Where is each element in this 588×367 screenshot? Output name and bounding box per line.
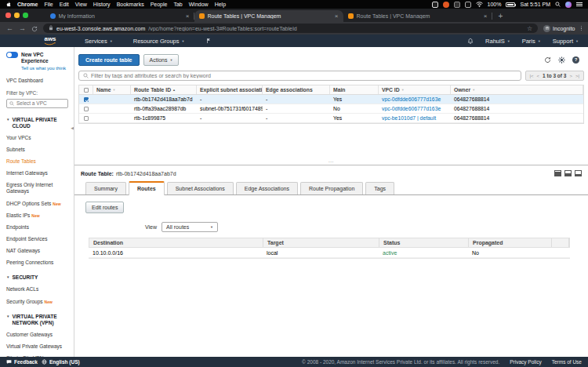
browser-tab-my-information[interactable]: My Information × <box>45 10 194 22</box>
sidebar-item-endpoint-services[interactable]: Endpoint Services <box>6 236 71 242</box>
menu-edit[interactable]: Edit <box>60 2 69 7</box>
sidebar-item-endpoints[interactable]: Endpoints <box>6 224 71 231</box>
apple-icon[interactable] <box>5 2 11 8</box>
menu-chrome[interactable]: Chrome <box>17 2 38 7</box>
table-row[interactable]: rtb-0b1742d418aa7ab7d - - Yes vpc-0dfdde… <box>79 95 583 104</box>
col-header-main[interactable]: Main <box>330 85 379 94</box>
settings-gear-icon[interactable] <box>558 53 565 67</box>
menu-view[interactable]: View <box>75 2 87 7</box>
sidebar-item-dhcp-options[interactable]: DHCP Options SetsNew <box>6 201 71 207</box>
vpc-link[interactable]: vpc-0dfdde606777d163e <box>382 96 441 102</box>
lock-icon[interactable] <box>49 25 53 31</box>
menubar-app-icon[interactable] <box>443 2 449 8</box>
support-menu[interactable]: Support ▼ <box>553 38 579 45</box>
col-header-vpc-id[interactable]: VPC ID ▼ <box>379 85 451 94</box>
table-row[interactable]: rtb-1c899875 - - Yes vpc-be1010d7 | defa… <box>79 114 583 123</box>
col-header-owner[interactable]: Owner ▼ <box>451 85 583 94</box>
browser-tab-route-tables-1[interactable]: Route Tables | VPC Managem × <box>194 10 343 22</box>
region-menu[interactable]: Paris ▼ <box>522 38 541 45</box>
close-window-button[interactable] <box>5 13 11 18</box>
help-icon[interactable]: ? <box>572 56 579 64</box>
prev-page-button[interactable]: < <box>537 74 540 78</box>
close-tab-icon[interactable]: × <box>335 13 339 20</box>
row-checkbox[interactable] <box>79 97 93 102</box>
col-header-edge-associations[interactable]: Edge associations <box>263 85 330 94</box>
section-virtual-private-cloud[interactable]: ▼ VIRTUAL PRIVATE CLOUD <box>6 117 71 129</box>
terms-of-use-link[interactable]: Terms of Use <box>552 359 582 365</box>
col-header-name[interactable]: Name ▼ <box>93 85 131 94</box>
last-page-button[interactable]: >| <box>575 74 579 78</box>
menu-bookmarks[interactable]: Bookmarks <box>117 2 144 7</box>
address-bar[interactable]: eu-west-3.console.aws.amazon.com /vpc/ho… <box>43 24 538 33</box>
edit-routes-button[interactable]: Edit routes <box>85 202 124 213</box>
notification-center-icon[interactable] <box>576 1 583 8</box>
sidebar-item-route-tables[interactable]: Route Tables <box>6 158 71 165</box>
menubar-app-icon[interactable] <box>454 2 460 8</box>
next-page-button[interactable]: > <box>569 74 572 78</box>
back-button[interactable]: ← <box>6 25 13 32</box>
menu-people[interactable]: People <box>151 2 168 7</box>
new-tab-button[interactable]: + <box>499 12 503 20</box>
view-select[interactable]: All routes ▼ <box>162 222 218 232</box>
minimize-window-button[interactable] <box>14 13 20 18</box>
pin-shortcut-icon[interactable] <box>206 38 211 44</box>
sidebar-item-nat-gateways[interactable]: NAT Gateways <box>6 248 71 254</box>
pane-layout-icon[interactable] <box>564 170 572 176</box>
vpc-link[interactable]: vpc-be1010d7 | default <box>382 115 436 121</box>
aws-logo[interactable]: aws <box>44 36 56 45</box>
row-checkbox[interactable] <box>79 116 93 121</box>
reload-button[interactable] <box>31 21 38 35</box>
privacy-policy-link[interactable]: Privacy Policy <box>510 359 541 365</box>
resource-groups-menu[interactable]: Resource Groups ▼ <box>133 38 185 45</box>
section-security[interactable]: ▼ SECURITY <box>6 274 71 281</box>
sidebar-item-subnets[interactable]: Subnets <box>6 147 71 153</box>
close-tab-icon[interactable]: × <box>186 13 190 20</box>
forward-button[interactable]: → <box>19 25 26 32</box>
sidebar-item-your-vpcs[interactable]: Your VPCs <box>6 135 71 141</box>
sidebar-item-customer-gateways[interactable]: Customer Gateways <box>6 332 71 338</box>
sidebar-collapse-icon[interactable]: ◀ <box>71 125 74 130</box>
pane-layout-icon[interactable] <box>554 170 561 176</box>
tab-subnet-associations[interactable]: Subnet Associations <box>167 182 234 194</box>
menu-tab[interactable]: Tab <box>173 2 182 7</box>
sidebar-item-vpc-dashboard[interactable]: VPC Dashboard <box>6 78 71 83</box>
select-all-checkbox[interactable] <box>79 85 93 94</box>
tab-route-propagation[interactable]: Route Propagation <box>300 182 363 194</box>
menubar-app-icon[interactable] <box>465 2 471 8</box>
tell-us-link[interactable]: Tell us what you think <box>21 66 71 71</box>
feedback-button[interactable]: Feedback <box>6 359 38 365</box>
menu-help[interactable]: Help <box>215 2 226 7</box>
create-route-table-button[interactable]: Create route table <box>78 54 140 66</box>
tab-routes[interactable]: Routes <box>129 181 165 195</box>
spotlight-icon[interactable] <box>555 2 561 8</box>
col-header-route-table-id[interactable]: Route Table ID ▲ <box>131 85 197 94</box>
first-page-button[interactable]: |< <box>530 74 534 78</box>
pane-layout-icon[interactable] <box>575 170 582 176</box>
actions-button[interactable]: Actions ▼ <box>143 54 180 66</box>
new-vpc-experience-toggle[interactable] <box>6 52 18 58</box>
route-row[interactable]: 10.10.0.0/16 local active No <box>89 248 570 258</box>
tab-summary[interactable]: Summary <box>85 182 126 194</box>
services-menu[interactable]: Services ▼ <box>85 38 113 45</box>
language-button[interactable]: English (US) <box>42 359 80 365</box>
vpc-filter-search[interactable] <box>6 99 68 108</box>
browser-tab-route-tables-2[interactable]: Route Tables | VPC Managem × <box>343 10 492 22</box>
account-menu[interactable]: RahulS ▼ <box>485 38 510 45</box>
zoom-window-button[interactable] <box>23 13 28 18</box>
col-header-explicit-subnet[interactable]: Explicit subnet association <box>197 85 263 94</box>
sidebar-item-elastic-ips[interactable]: Elastic IPsNew <box>6 213 71 219</box>
menu-window[interactable]: Window <box>189 2 209 7</box>
browser-menu-icon[interactable] <box>581 26 583 31</box>
vpc-link[interactable]: vpc-0dfdde606777d163e <box>382 106 441 111</box>
siri-icon[interactable] <box>565 2 572 8</box>
row-checkbox[interactable] <box>79 107 93 111</box>
tab-edge-associations[interactable]: Edge Associations <box>236 182 298 194</box>
section-vpn[interactable]: ▼ VIRTUAL PRIVATE NETWORK (VPN) <box>6 314 71 326</box>
notifications-bell-icon[interactable] <box>467 38 474 45</box>
sidebar-item-virtual-private-gateways[interactable]: Virtual Private Gateways <box>6 343 71 350</box>
bookmark-star-icon[interactable]: ☆ <box>527 25 532 32</box>
menu-history[interactable]: History <box>93 2 111 7</box>
sidebar-item-network-acls[interactable]: Network ACLs <box>6 286 71 293</box>
close-tab-icon[interactable]: × <box>484 13 488 20</box>
table-row[interactable]: rtb-0ffa39aac28987db subnet-0b751731f601… <box>79 104 583 114</box>
